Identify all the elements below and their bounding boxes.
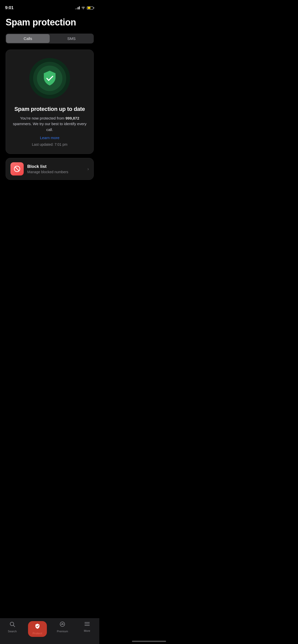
status-icons [75, 6, 94, 10]
learn-more-link[interactable]: Learn more [40, 136, 60, 140]
segment-calls[interactable]: Calls [6, 34, 50, 43]
svg-point-0 [83, 9, 84, 9]
block-list-icon [10, 162, 24, 175]
protection-description: You're now protected from 999,872 spamme… [11, 115, 88, 133]
wifi-icon [81, 6, 85, 10]
status-time: 9:01 [5, 5, 13, 10]
protection-title: Spam protection up to date [15, 106, 85, 112]
segment-sms[interactable]: SMS [50, 34, 93, 43]
last-updated: Last updated: 7:01 pm [32, 142, 67, 147]
block-list-title: Block list [27, 164, 84, 169]
shield-check-icon [41, 69, 59, 87]
protection-card: Spam protection up to date You're now pr… [6, 50, 94, 154]
block-list-text: Block list Manage blocked numbers [27, 164, 84, 174]
status-bar: 9:01 [0, 0, 99, 12]
spammers-count: 999,872 [65, 116, 79, 120]
page-content: Spam protection Calls SMS Spam protectio… [0, 12, 99, 215]
svg-line-2 [15, 167, 19, 171]
block-list-subtitle: Manage blocked numbers [27, 170, 84, 174]
chevron-right-icon: › [87, 166, 89, 172]
block-list-card[interactable]: Block list Manage blocked numbers › [6, 158, 94, 180]
page-title: Spam protection [6, 17, 94, 27]
signal-icon [75, 6, 80, 9]
shield-container [29, 58, 70, 99]
battery-icon [87, 6, 94, 10]
segment-control: Calls SMS [6, 34, 94, 43]
